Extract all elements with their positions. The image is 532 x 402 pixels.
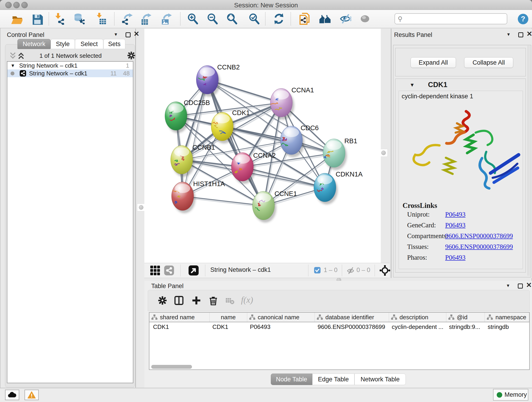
table-toolbar: f(x)	[148, 290, 530, 311]
network-node-CCNA1[interactable]: CCNA1	[270, 86, 314, 120]
eye-gray-button[interactable]	[359, 12, 371, 25]
tab-sets[interactable]: Sets	[103, 39, 125, 49]
grid-view-icon[interactable]	[150, 265, 160, 277]
column-header-databaseidentifier[interactable]: database identifier	[315, 313, 389, 322]
column-header-sharedname[interactable]: shared name	[149, 313, 210, 322]
crosslink-link[interactable]: 9606.ENSP00000378699	[445, 232, 513, 240]
selected-checkbox-icon[interactable]	[314, 267, 321, 274]
left-splitter-handle[interactable]	[137, 204, 145, 211]
crosslink-link[interactable]: P06493	[445, 211, 466, 218]
table-cell[interactable]: cyclin-dependent ...	[389, 322, 446, 332]
network-node-CCNB1[interactable]: CCNB1	[171, 144, 215, 177]
memory-button[interactable]: Memory	[493, 389, 528, 401]
network-view-toolbar: String Network – cdk1 1 – 0 0 – 0	[144, 263, 389, 278]
table-horizontal-scrollbar[interactable]	[151, 365, 192, 369]
import-table-button[interactable]	[95, 12, 108, 25]
tab-network[interactable]: Network	[17, 39, 51, 49]
table-panel-menu-icon[interactable]: ▾	[507, 283, 509, 288]
network-row-selected[interactable]: String Network – cdk1 11 48	[7, 70, 133, 77]
eye-slash-button[interactable]	[339, 12, 352, 25]
network-node-CCNE1[interactable]: CCNE1	[253, 190, 297, 223]
zoom-fit-button[interactable]	[225, 12, 238, 25]
tree-expand-icon[interactable]: ▼	[11, 63, 15, 68]
network-node-HIST1H1A[interactable]: HIST1H1A	[172, 180, 225, 213]
crosslink-link[interactable]: 9606.ENSP00000378699	[445, 243, 513, 250]
column-header-canonicalname[interactable]: canonical name	[247, 313, 315, 322]
show-columns-icon[interactable]	[174, 295, 184, 307]
add-column-icon[interactable]	[191, 295, 202, 307]
houses-button[interactable]	[318, 12, 331, 25]
network-view-title: String Network – cdk1	[210, 266, 271, 274]
node-label: CCNA1	[291, 86, 314, 94]
crosslink-link[interactable]: P06493	[445, 221, 466, 229]
table-panel: Table Panel ▾ ✕ f(x) shared namenamecano…	[144, 281, 532, 388]
string-file-button[interactable]	[298, 12, 311, 25]
tab-style[interactable]: Style	[51, 39, 75, 49]
table-row[interactable]: CDK1CDK1P064939606.ENSP00000378699cyclin…	[149, 322, 529, 332]
zoom-selected-button[interactable]	[248, 12, 260, 25]
network-canvas[interactable]: CCNB2CCNA1CDC25BCDK1CDC6RB1CCNB1CCNA2CDK…	[144, 29, 381, 263]
results-scrollbar[interactable]	[528, 46, 530, 276]
warnings-button[interactable]	[25, 390, 39, 400]
control-panel-float-icon[interactable]	[126, 32, 131, 37]
table-cell[interactable]: CDK1	[149, 322, 210, 332]
protein-structure-image	[401, 102, 520, 198]
save-button[interactable]	[31, 12, 43, 25]
toolbar-separator	[49, 12, 49, 26]
results-panel-float-icon[interactable]	[518, 32, 523, 37]
export-image-button[interactable]	[160, 12, 173, 25]
column-header-description[interactable]: description	[389, 313, 446, 322]
table-cell[interactable]: stringdb:9...	[446, 322, 485, 332]
table-cell[interactable]: P06493	[247, 322, 315, 332]
control-panel-close-icon[interactable]: ✕	[133, 32, 139, 36]
birds-eye-view-icon[interactable]	[188, 265, 199, 277]
tab-network-table[interactable]: Network Table	[355, 374, 406, 385]
table-cell[interactable]: 9606.ENSP00000378699	[315, 322, 389, 332]
expand-all-button[interactable]: Expand All	[411, 57, 456, 68]
node-label: HIST1H1A	[193, 180, 225, 187]
help-icon[interactable]: ?	[517, 13, 529, 25]
collapse-all-button[interactable]: Collapse All	[464, 57, 513, 68]
cloud-button[interactable]	[5, 390, 19, 400]
import-network-button[interactable]	[53, 12, 66, 25]
import-database-button[interactable]	[73, 12, 86, 25]
protein-section: ▼ CDK1 cyclin-dependent kinase 1	[395, 79, 526, 273]
crosslink-link[interactable]: P06493	[445, 254, 466, 261]
table-gear-icon[interactable]	[157, 295, 168, 307]
export-table-button[interactable]	[139, 12, 152, 25]
results-panel-menu-icon[interactable]: ▾	[507, 32, 510, 37]
tab-select[interactable]: Select	[75, 39, 103, 49]
protein-collapse-icon[interactable]: ▼	[410, 82, 415, 88]
tab-edge-table[interactable]: Edge Table	[312, 374, 355, 385]
column-header-id[interactable]: @id	[446, 313, 485, 322]
network-node-CCNB2[interactable]: CCNB2	[196, 64, 240, 97]
table-panel-close-icon[interactable]: ✕	[526, 283, 532, 288]
zoom-in-icon	[187, 13, 199, 25]
folder-open-button[interactable]	[10, 12, 23, 25]
tab-node-table[interactable]: Node Table	[271, 374, 312, 385]
refresh-button[interactable]	[272, 12, 285, 25]
control-panel-menu-icon[interactable]: ▾	[114, 32, 117, 37]
network-view-share-icon[interactable]	[164, 265, 174, 277]
toolbar-separator	[114, 12, 114, 26]
network-node-RB1[interactable]: RB1	[323, 137, 357, 170]
zoom-in-button[interactable]	[186, 12, 199, 25]
fit-content-crosshair-icon[interactable]	[380, 265, 390, 277]
network-node-CDKN1A[interactable]: CDKN1A	[314, 171, 363, 204]
table-cell[interactable]: stringdb	[485, 322, 530, 332]
collection-count: 1	[126, 62, 129, 69]
protein-description: cyclin-dependent kinase 1	[402, 93, 473, 100]
export-image-icon	[160, 13, 172, 25]
table-cell[interactable]: CDK1	[210, 322, 247, 332]
column-header-name[interactable]: name	[210, 313, 247, 322]
column-header-namespace[interactable]: namespace	[485, 313, 529, 322]
delete-column-trash-icon[interactable]	[208, 295, 219, 307]
results-panel-close-icon[interactable]: ✕	[526, 32, 532, 36]
network-options-gear-icon[interactable]	[127, 51, 136, 61]
zoom-out-button[interactable]	[206, 12, 219, 25]
search-input[interactable]: ⚲	[394, 13, 507, 24]
network-collection-row[interactable]: ▼ String Network – cdk1 1	[7, 62, 133, 70]
export-network-button[interactable]	[121, 12, 133, 25]
table-panel-float-icon[interactable]	[518, 283, 523, 288]
hidden-node-edge-counts: 0 – 0	[356, 267, 370, 274]
